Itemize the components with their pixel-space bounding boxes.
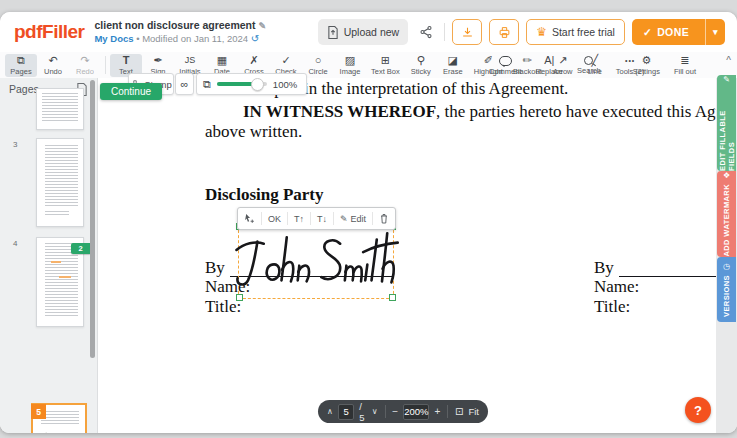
done-main[interactable]: ✓DONE bbox=[632, 26, 700, 38]
upload-doc-icon bbox=[327, 26, 339, 39]
share-button[interactable] bbox=[415, 19, 437, 45]
tool-settings[interactable]: ⚙Settings bbox=[628, 54, 665, 77]
document-title: client non disclosure agreement✎ bbox=[94, 19, 266, 31]
continue-button[interactable]: Continue bbox=[100, 83, 162, 100]
crown-icon: ♛ bbox=[536, 26, 547, 38]
page-number-5-badge: 5 bbox=[31, 404, 46, 419]
font-size-down-button[interactable]: T↓ bbox=[311, 212, 334, 225]
tool-circle[interactable]: ○Circle bbox=[302, 54, 334, 77]
upload-new-label: Upload new bbox=[344, 26, 399, 38]
cross-icon: ✗ bbox=[249, 55, 258, 66]
resize-handle[interactable] bbox=[389, 294, 396, 301]
date-icon: ▦ bbox=[217, 55, 227, 66]
tool-replace[interactable]: A|Replace bbox=[531, 54, 569, 77]
app-window: pdfFiller client non disclosure agreemen… bbox=[0, 12, 737, 433]
link-panel[interactable]: ∞ bbox=[175, 73, 194, 95]
help-button[interactable]: ? bbox=[685, 397, 711, 423]
header-actions: Upload new ♛ Start free trial bbox=[318, 19, 725, 45]
page-number-3: 3 bbox=[13, 140, 17, 149]
zoom-out-button[interactable]: − bbox=[392, 406, 398, 417]
tab-edit-fillable-fields[interactable]: ✎ EDIT FILLABLE FIELDS bbox=[717, 75, 736, 171]
edit-pencil-icon: ✎ bbox=[340, 214, 348, 224]
tab-add-watermark[interactable]: ❖ ADD WATERMARK bbox=[717, 171, 736, 257]
resize-handle[interactable] bbox=[236, 294, 243, 301]
tool-redo: ↷Redo bbox=[69, 54, 101, 77]
document-subtitle: My Docs • Modified on Jan 11, 2024 ↺ bbox=[94, 33, 266, 45]
move-signature-button[interactable] bbox=[238, 212, 262, 225]
header: pdfFiller client non disclosure agreemen… bbox=[0, 12, 737, 53]
image-icon: ▨ bbox=[345, 55, 355, 66]
zoom-value: 100% bbox=[273, 79, 297, 90]
erase-icon: ◪ bbox=[448, 55, 458, 66]
thumbnail-text-lines bbox=[45, 243, 78, 317]
sidebar-scrollbar[interactable] bbox=[90, 80, 95, 358]
doc-name-label-right: Name: bbox=[594, 277, 639, 297]
zoom-level-input[interactable]: 200% bbox=[403, 404, 429, 420]
modified-date: Modified on Jan 11, 2024 bbox=[142, 33, 248, 44]
collapse-toolbar-chevron[interactable]: ^ bbox=[726, 55, 731, 66]
tool-text-box[interactable]: ⊞Text Box bbox=[366, 54, 405, 77]
download-button[interactable] bbox=[452, 19, 482, 45]
pager-divider bbox=[385, 405, 386, 418]
versions-clock-icon: ◷ bbox=[723, 262, 730, 271]
signature-toolbar: OK T↑ T↓ ✎ Edit bbox=[237, 207, 396, 230]
done-button[interactable]: ✓DONE ▾ bbox=[632, 19, 725, 45]
previous-page-button[interactable]: ∧ bbox=[327, 407, 333, 416]
tool-erase[interactable]: ◪Erase bbox=[437, 54, 469, 77]
next-page-button[interactable]: ∨ bbox=[372, 407, 378, 416]
initials-icon: JS bbox=[185, 55, 196, 66]
document-page: d upon in the interpretation of this Agr… bbox=[98, 78, 716, 433]
copy-icon[interactable]: ⧉ bbox=[203, 78, 211, 91]
header-divider bbox=[444, 23, 445, 41]
tool-sticky[interactable]: ⚲Sticky bbox=[405, 54, 437, 77]
edit-label: Edit bbox=[351, 214, 367, 224]
zoom-slider-knob[interactable] bbox=[251, 78, 264, 91]
toolbar-right: Comment A|Replace Search ⚙Settings ≣Fill… bbox=[484, 52, 701, 78]
breadcrumb[interactable]: My Docs bbox=[94, 33, 133, 44]
download-icon bbox=[461, 26, 474, 39]
history-icon[interactable]: ↺ bbox=[251, 33, 259, 44]
doc-witness-line2: above written. bbox=[205, 122, 302, 142]
comment-icon bbox=[499, 56, 512, 66]
tool-image[interactable]: ▨Image bbox=[334, 54, 366, 77]
zoom-in-button[interactable]: + bbox=[434, 406, 440, 417]
document-title-block: client non disclosure agreement✎ My Docs… bbox=[94, 19, 266, 44]
signature-image[interactable]: John Smith bbox=[231, 228, 399, 295]
tool-comment[interactable]: Comment bbox=[484, 54, 527, 77]
zoom-slider[interactable] bbox=[217, 82, 267, 86]
current-page-input[interactable]: 5 bbox=[338, 404, 354, 420]
trash-icon bbox=[379, 213, 389, 224]
page-thumbnail-3[interactable] bbox=[36, 138, 84, 227]
text-box-icon: ⊞ bbox=[381, 55, 390, 66]
thumbnail-text-lines bbox=[41, 411, 79, 425]
done-dropdown[interactable]: ▾ bbox=[705, 19, 725, 45]
page-thumbnail-2[interactable] bbox=[36, 88, 84, 130]
watermark-icon: ❖ bbox=[723, 171, 730, 180]
print-icon bbox=[498, 26, 511, 39]
signature-ok-button[interactable]: OK bbox=[262, 212, 288, 225]
check-icon: ✓ bbox=[281, 55, 290, 66]
sticky-icon: ⚲ bbox=[417, 55, 425, 66]
total-pages: / 5 bbox=[359, 401, 367, 423]
font-size-up-button[interactable]: T↑ bbox=[288, 212, 311, 225]
tool-search[interactable]: Search bbox=[572, 54, 606, 76]
pages-sidebar: Pages 3 4 2 bbox=[0, 78, 98, 433]
highlight-mark bbox=[59, 276, 71, 278]
tab-versions[interactable]: ◷ VERSIONS bbox=[717, 257, 736, 322]
tool-pages[interactable]: ⧉Pages bbox=[5, 54, 37, 77]
done-label: DONE bbox=[657, 26, 689, 38]
pager-divider bbox=[447, 405, 448, 418]
fit-button[interactable]: Fit bbox=[468, 406, 479, 417]
tool-undo[interactable]: ↶Undo bbox=[37, 54, 69, 77]
edit-signature-button[interactable]: ✎ Edit bbox=[334, 212, 373, 225]
thumbnail-text-lines bbox=[45, 211, 69, 217]
upload-new-button[interactable]: Upload new bbox=[318, 19, 408, 45]
pdffiller-logo: pdfFiller bbox=[14, 21, 84, 43]
print-button[interactable] bbox=[489, 19, 519, 45]
delete-signature-button[interactable] bbox=[373, 212, 395, 225]
edit-title-icon[interactable]: ✎ bbox=[259, 21, 267, 31]
doc-witness-line: IN WITNESS WHEREOF, the parties hereto h… bbox=[205, 102, 716, 122]
tool-fill-out[interactable]: ≣Fill out bbox=[669, 54, 701, 77]
pages-sidebar-title: Pages bbox=[9, 83, 39, 95]
start-free-trial-button[interactable]: ♛ Start free trial bbox=[526, 19, 625, 45]
